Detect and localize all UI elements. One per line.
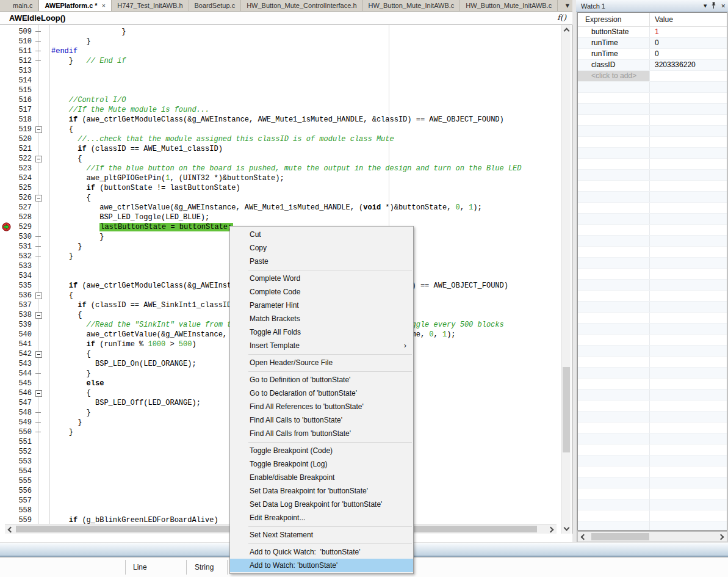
code-line-525[interactable]: 525 if (buttonState != lastButtonState) <box>0 183 561 193</box>
menu-item-add-to-quick-watch-buttonstate[interactable]: Add to Quick Watch: 'buttonState' <box>230 545 413 559</box>
tab-bar: main.cAWEPlatform.c *✕H747_Test_InitAWB.… <box>0 0 572 12</box>
code-line-513[interactable]: 513 <box>0 66 561 76</box>
pin-icon[interactable] <box>711 2 716 10</box>
code-line-520[interactable]: 520 //...check that the module assigned … <box>0 134 561 144</box>
menu-item-cut[interactable]: Cut <box>230 228 413 241</box>
menu-item-match-brackets[interactable]: Match Brackets <box>230 312 413 325</box>
watch-title-bar[interactable]: Watch 1 ▼ ✕ <box>576 0 728 12</box>
menu-item-set-data-log-breakpoint-for-buttonstate[interactable]: Set Data Log Breakpoint for 'buttonState… <box>230 498 413 511</box>
code-line-526[interactable]: 526 { <box>0 193 561 203</box>
code-line-524[interactable]: 524 awe_pltGPIOGetPin(1, (UINT32 *)&butt… <box>0 173 561 183</box>
menu-item-edit-breakpoint[interactable]: Edit Breakpoint... <box>230 511 413 524</box>
breakpoint-current-statement-icon[interactable] <box>2 222 11 231</box>
watch-row-runtime[interactable]: runTime0 <box>578 49 727 60</box>
fold-mark <box>34 476 51 486</box>
menu-item-toggle-breakpoint-code[interactable]: Toggle Breakpoint (Code) <box>230 444 413 457</box>
function-list-icon[interactable]: f() <box>557 13 566 22</box>
menu-item-set-data-breakpoint-for-buttonstate[interactable]: Set Data Breakpoint for 'buttonState' <box>230 484 413 498</box>
menu-item-go-to-definition-of-buttonstate[interactable]: Go to Definition of 'buttonState' <box>230 373 413 386</box>
code-line-522[interactable]: 522 { <box>0 154 561 164</box>
code-line-519[interactable]: 519 { <box>0 125 561 134</box>
watch-horizontal-scrollbar[interactable] <box>577 531 727 542</box>
watch-expression-cell[interactable]: classID <box>578 60 650 70</box>
column-header-expression[interactable]: Expression <box>578 13 650 26</box>
scroll-up-icon[interactable] <box>561 25 571 35</box>
menu-item-open-header-source-file[interactable]: Open Header/Source File <box>230 356 413 369</box>
code-line-510[interactable]: 510 } <box>0 37 561 46</box>
editor-vertical-scrollbar[interactable] <box>561 25 571 534</box>
watch-value-cell[interactable]: 0 <box>650 49 727 59</box>
code-line-516[interactable]: 516 //Control I/O <box>0 95 561 105</box>
code-line-509[interactable]: 509 } <box>0 27 561 37</box>
scroll-down-icon[interactable] <box>561 524 571 534</box>
menu-item-complete-word[interactable]: Complete Word <box>230 272 413 285</box>
watch-value-cell[interactable]: 0 <box>650 38 727 48</box>
code-line-511[interactable]: 511#endif <box>0 46 561 56</box>
code-line-528[interactable]: 528 BSP_LED_Toggle(LED_BLUE); <box>0 212 561 222</box>
fold-mark <box>34 447 51 457</box>
watch-row-classid[interactable]: classID3203336220 <box>578 60 727 71</box>
current-function-name[interactable]: AWEIdleLoop() <box>0 13 65 23</box>
fold-toggle-icon[interactable] <box>34 349 51 359</box>
menu-item-complete-code[interactable]: Complete Code <box>230 285 413 299</box>
menu-item-paste[interactable]: Paste <box>230 255 413 268</box>
code-line-518[interactable]: 518 if (awe_ctrlGetModuleClass(&g_AWEIns… <box>0 115 561 125</box>
fold-toggle-icon[interactable] <box>34 291 51 300</box>
watch-expression-cell[interactable]: <click to add> <box>578 71 650 81</box>
watch-scroll-thumb[interactable] <box>591 533 649 540</box>
code-line-517[interactable]: 517 //If the Mute module is found... <box>0 105 561 115</box>
fold-toggle-icon[interactable] <box>34 125 51 134</box>
fold-toggle-icon[interactable] <box>34 388 51 398</box>
tab-main-c[interactable]: main.c <box>7 0 38 11</box>
code-line-515[interactable]: 515 <box>0 85 561 95</box>
watch-add-row[interactable]: <click to add> <box>578 71 727 82</box>
watch-row-runtime[interactable]: runTime0 <box>578 38 727 49</box>
watch-row-buttonstate[interactable]: buttonState1 <box>578 27 727 38</box>
scroll-right-icon[interactable] <box>547 524 557 534</box>
menu-item-add-to-watch-buttonstate[interactable]: Add to Watch: 'buttonState' <box>230 559 413 572</box>
fold-toggle-icon[interactable] <box>34 310 51 320</box>
code-line-521[interactable]: 521 if (classID == AWE_Mute1_classID) <box>0 144 561 154</box>
watch-value-cell <box>650 302 727 312</box>
menu-item-go-to-declaration-of-buttonstate[interactable]: Go to Declaration of 'buttonState' <box>230 386 413 400</box>
scroll-left-icon[interactable] <box>578 532 588 542</box>
tab-hw-button-mute-initawb-c[interactable]: HW_Button_Mute_InitAWB.c <box>460 0 558 11</box>
tab-hw-button-mute-controlinterface-h[interactable]: HW_Button_Mute_ControlInterface.h <box>241 0 362 11</box>
watch-value-cell <box>650 346 727 356</box>
column-header-value[interactable]: Value <box>650 13 727 26</box>
menu-item-copy[interactable]: Copy <box>230 241 413 255</box>
watch-expression-cell[interactable]: runTime <box>578 49 650 59</box>
scroll-left-icon[interactable] <box>5 524 15 534</box>
watch-expression-cell[interactable]: runTime <box>578 38 650 48</box>
watch-expression-cell[interactable]: buttonState <box>578 27 650 37</box>
watch-value-cell[interactable]: 1 <box>650 27 727 37</box>
tab-aweplatform-c[interactable]: AWEPlatform.c *✕ <box>38 0 112 11</box>
code-line-514[interactable]: 514 <box>0 76 561 85</box>
menu-item-enable-disable-breakpoint[interactable]: Enable/disable Breakpoint <box>230 471 413 484</box>
scroll-right-icon[interactable] <box>717 532 727 542</box>
vertical-scroll-thumb[interactable] <box>563 367 570 452</box>
menu-item-find-all-references-to-buttonstate[interactable]: Find All References to 'buttonState' <box>230 400 413 413</box>
menu-item-parameter-hint[interactable]: Parameter Hint <box>230 299 413 312</box>
tab-hw-button-mute-initawb-c[interactable]: HW_Button_Mute_InitAWB.c <box>363 0 461 11</box>
tab-h747-test-initawb-h[interactable]: H747_Test_InitAWB.h <box>112 0 189 11</box>
watch-value-cell[interactable]: 3203336220 <box>650 60 727 70</box>
watch-empty-row <box>578 466 727 477</box>
menu-item-find-all-calls-to-buttonstate[interactable]: Find All Calls to 'buttonState' <box>230 413 413 427</box>
tab-boardsetup-c[interactable]: BoardSetup.c <box>189 0 242 11</box>
menu-item-set-next-statement[interactable]: Set Next Statement <box>230 528 413 542</box>
menu-item-toggle-all-folds[interactable]: Toggle All Folds <box>230 325 413 339</box>
close-icon[interactable]: ✕ <box>721 4 726 9</box>
tab-close-icon[interactable]: ✕ <box>102 3 106 9</box>
code-line-512[interactable]: 512 } // End if <box>0 56 561 66</box>
watch-dropdown-icon[interactable]: ▼ <box>704 4 707 9</box>
code-line-527[interactable]: 527 awe_ctrlSetValue(&g_AWEInstance, AWE… <box>0 203 561 212</box>
menu-item-insert-template[interactable]: Insert Template› <box>230 339 413 352</box>
code-line-523[interactable]: 523 //If the blue button on the board is… <box>0 164 561 173</box>
fold-toggle-icon[interactable] <box>34 154 51 164</box>
menu-item-find-all-calls-from-buttonstate[interactable]: Find All Calls from 'buttonState' <box>230 427 413 440</box>
fold-toggle-icon[interactable] <box>34 193 51 203</box>
tab-overflow-icon[interactable]: ▼ <box>566 0 569 12</box>
menu-item-toggle-breakpoint-log[interactable]: Toggle Breakpoint (Log) <box>230 457 413 471</box>
watch-rows: buttonState1runTime0runTime0classID32033… <box>578 27 727 531</box>
